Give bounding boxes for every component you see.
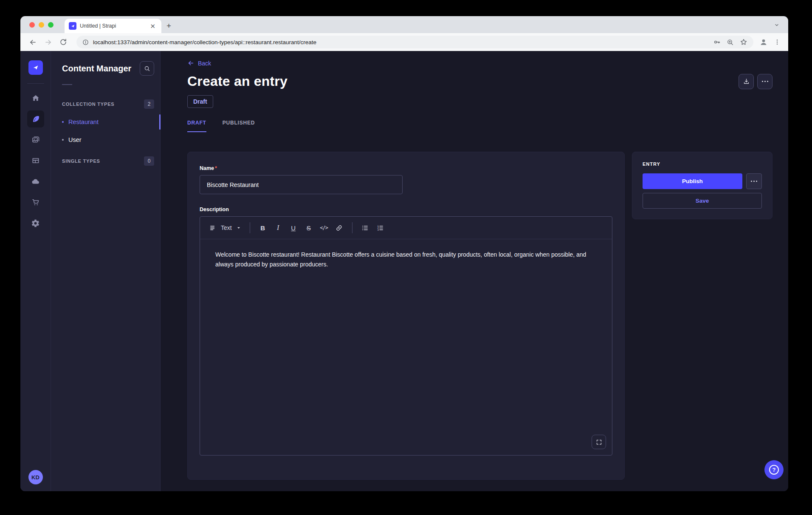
link-icon [336, 224, 343, 232]
sidebar-item-label: User [68, 136, 82, 143]
bold-button[interactable]: B [256, 221, 270, 235]
content-manager-icon[interactable] [27, 110, 44, 127]
close-tab-icon[interactable]: ✕ [148, 22, 157, 30]
page-title: Create an entry [187, 74, 288, 89]
editor-toolbar: Text B I U S </> [200, 217, 612, 239]
home-icon[interactable] [27, 90, 44, 107]
media-library-icon[interactable] [27, 131, 44, 148]
italic-button[interactable]: I [271, 221, 285, 235]
required-asterisk: * [215, 165, 217, 171]
arrow-left-icon [187, 59, 195, 67]
download-icon [743, 78, 750, 85]
expand-icon [596, 439, 602, 445]
new-tab-button[interactable]: + [166, 21, 171, 31]
code-button[interactable]: </> [317, 221, 331, 235]
url-text: localhost:1337/admin/content-manager/col… [93, 39, 316, 45]
question-mark-icon: ? [769, 465, 779, 475]
marketplace-cart-icon[interactable] [27, 194, 44, 211]
search-button[interactable] [140, 61, 154, 76]
minimize-window-button[interactable] [39, 22, 44, 28]
sidebar-divider [62, 84, 72, 85]
tab-search-chevron-icon[interactable] [771, 20, 782, 31]
status-badge: Draft [187, 95, 213, 108]
bulleted-list-button[interactable] [358, 221, 372, 235]
main-nav-rail: KD [20, 51, 51, 491]
forward-nav-icon[interactable] [42, 36, 54, 48]
paragraph-lines-icon [209, 224, 217, 232]
strikethrough-button[interactable]: S [302, 221, 316, 235]
numbered-list-icon: 123 [377, 224, 384, 232]
window-controls [29, 16, 54, 33]
entry-more-button[interactable] [746, 173, 762, 189]
chevron-down-icon [236, 225, 241, 230]
bulleted-list-icon [361, 224, 369, 232]
url-bar[interactable]: localhost:1337/admin/content-manager/col… [76, 36, 753, 48]
toolbar-divider [352, 222, 352, 233]
save-button[interactable]: Save [643, 193, 762, 209]
collection-types-count-badge: 2 [144, 99, 154, 109]
rich-text-editor: Text B I U S </> [200, 216, 612, 456]
strapi-app: KD Content Manager COLLECTION TYPES 2 Re… [20, 51, 788, 491]
single-types-count-badge: 0 [144, 156, 154, 166]
numbered-list-button[interactable]: 123 [373, 221, 388, 235]
toolbar-divider [250, 222, 250, 233]
tab-title: Untitled | Strapi [80, 23, 145, 29]
expand-editor-button[interactable] [592, 435, 606, 449]
entry-panel: ENTRY Publish Save [632, 152, 773, 219]
cloud-deploy-icon[interactable] [27, 173, 44, 190]
browser-tab[interactable]: Untitled | Strapi ✕ [65, 19, 161, 33]
bookmark-star-icon[interactable] [740, 38, 747, 46]
version-tabs: DRAFT PUBLISHED [187, 120, 773, 132]
tab-published[interactable]: PUBLISHED [223, 120, 255, 132]
editor-content[interactable]: Welcome to Biscotte restaurant! Restaura… [200, 239, 612, 455]
tab-draft[interactable]: DRAFT [187, 120, 206, 132]
single-types-label: SINGLE TYPES [62, 158, 100, 164]
profile-avatar-icon[interactable] [759, 38, 768, 46]
main-content: Back Create an entry Draft DRAFT PUBLISH… [161, 51, 788, 491]
password-key-icon[interactable] [713, 38, 721, 46]
zoom-window-button[interactable] [48, 22, 54, 28]
sidebar-item-user[interactable]: User [62, 131, 154, 149]
user-avatar[interactable]: KD [28, 470, 43, 484]
content-type-builder-icon[interactable] [27, 152, 44, 169]
tab-strip: Untitled | Strapi ✕ + [20, 16, 788, 33]
more-icon [762, 81, 768, 82]
sidebar-item-label: Restaurant [68, 119, 99, 125]
back-nav-icon[interactable] [26, 36, 39, 48]
description-field-label: Description [200, 207, 229, 212]
strapi-favicon-icon [69, 22, 76, 30]
browser-window: Untitled | Strapi ✕ + localhost:1337/adm… [20, 16, 788, 491]
content-manager-sidebar: Content Manager COLLECTION TYPES 2 Resta… [51, 51, 161, 491]
bullet-icon [62, 139, 64, 141]
browser-menu-icon[interactable] [774, 39, 781, 45]
zoom-page-icon[interactable] [727, 39, 734, 46]
export-download-button[interactable] [739, 74, 754, 89]
collection-types-label: COLLECTION TYPES [62, 102, 114, 107]
more-icon [751, 181, 757, 182]
strapi-logo-icon[interactable] [28, 60, 43, 75]
sidebar-item-restaurant[interactable]: Restaurant [62, 113, 154, 131]
link-button[interactable] [332, 221, 347, 235]
entry-form-card: Name* Description Text [187, 152, 625, 480]
settings-gear-icon[interactable] [27, 215, 44, 232]
bullet-icon [62, 121, 64, 123]
underline-button[interactable]: U [286, 221, 301, 235]
reload-icon[interactable] [57, 36, 70, 48]
svg-text:3: 3 [378, 228, 379, 231]
site-info-icon[interactable] [82, 39, 89, 45]
close-window-button[interactable] [29, 22, 35, 28]
more-actions-button[interactable] [757, 74, 773, 89]
rail-divider [27, 83, 44, 84]
publish-button[interactable]: Publish [643, 173, 742, 189]
block-type-dropdown[interactable]: Text [206, 224, 245, 232]
back-link[interactable]: Back [187, 59, 211, 67]
name-field[interactable] [200, 175, 403, 194]
browser-toolbar: localhost:1337/admin/content-manager/col… [20, 33, 788, 51]
sidebar-title: Content Manager [62, 64, 131, 74]
name-field-label: Name* [200, 165, 217, 171]
entry-panel-title: ENTRY [643, 161, 762, 167]
help-button[interactable]: ? [764, 460, 784, 479]
